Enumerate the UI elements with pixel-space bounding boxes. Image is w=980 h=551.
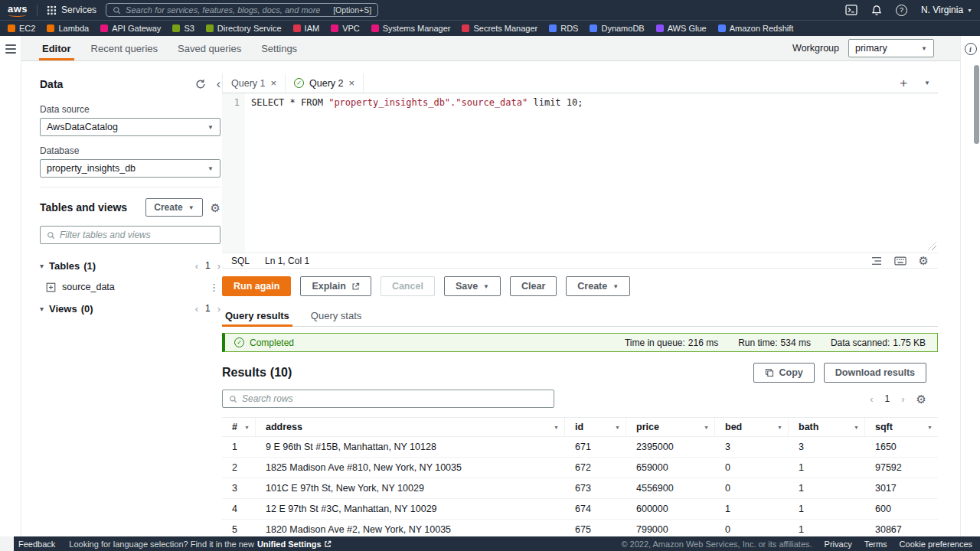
favorites-item-dynamodb[interactable]: DynamoDB xyxy=(590,24,644,33)
column-header-bed[interactable]: bed▼ xyxy=(715,418,789,436)
favorites-item-secrets-manager[interactable]: Secrets Manager xyxy=(462,24,537,33)
query-status-banner: ✓ Completed Time in queue:216 ms Run tim… xyxy=(222,333,938,352)
query-tab-1[interactable]: Query 1 × xyxy=(222,73,286,93)
search-rows-field[interactable] xyxy=(242,393,547,404)
favorites-item-systems-manager[interactable]: Systems Manager xyxy=(371,24,451,33)
search-icon xyxy=(229,395,237,403)
vertical-scrollbar[interactable] xyxy=(974,65,979,144)
filter-tables-input[interactable] xyxy=(40,226,220,244)
close-icon[interactable]: × xyxy=(270,78,276,88)
sort-caret-icon[interactable]: ▼ xyxy=(244,425,250,430)
hamburger-menu-icon[interactable] xyxy=(5,44,16,54)
sort-caret-icon[interactable]: ▼ xyxy=(927,425,933,430)
favorites-item-vpc[interactable]: VPC xyxy=(331,24,360,33)
favorites-item-s3[interactable]: S3 xyxy=(172,24,194,33)
info-icon[interactable]: i xyxy=(965,43,977,55)
sort-caret-icon[interactable]: ▼ xyxy=(615,425,620,430)
prev-page-icon[interactable]: ‹ xyxy=(195,303,198,315)
workgroup-select[interactable]: primary ▼ xyxy=(848,39,934,57)
tab-list-dropdown-icon[interactable]: ▼ xyxy=(924,80,930,86)
region-selector[interactable]: N. Virginia ▼ xyxy=(921,5,972,15)
query-tab-2[interactable]: ✓ Query 2 × xyxy=(286,73,364,93)
editor-settings-gear-icon[interactable]: ⚙ xyxy=(919,255,929,266)
tab-query-results[interactable]: Query results xyxy=(222,305,300,326)
column-header-bath[interactable]: bath▼ xyxy=(789,418,865,436)
save-button[interactable]: Save ▼ xyxy=(444,276,501,296)
aws-logo[interactable]: aws xyxy=(8,3,28,17)
table-row[interactable]: 4 12 E 97th St #3C, Manhattan, NY 10029 … xyxy=(222,499,938,520)
column-header-id[interactable]: id▼ xyxy=(565,418,626,436)
table-item-source-data[interactable]: source_data ⋮ xyxy=(40,276,220,298)
cookie-preferences-link[interactable]: Cookie preferences xyxy=(900,540,972,549)
unified-settings-link[interactable]: Unified Settings xyxy=(257,540,332,549)
favorites-item-iam[interactable]: IAM xyxy=(293,24,320,33)
kebab-menu-icon[interactable]: ⋮ xyxy=(209,282,220,293)
editor-resize-handle[interactable] xyxy=(928,242,936,250)
notifications-bell-icon[interactable] xyxy=(871,5,882,16)
sort-caret-icon[interactable]: ▼ xyxy=(704,425,709,430)
favorites-item-aws-glue[interactable]: AWS Glue xyxy=(656,24,707,33)
table-expand-icon[interactable] xyxy=(46,282,56,292)
table-row[interactable]: 5 1820 Madison Ave #2, New York, NY 1003… xyxy=(222,520,938,536)
tab-saved-queries[interactable]: Saved queries xyxy=(168,36,251,60)
column-header-sqft[interactable]: sqft▼ xyxy=(865,418,938,436)
column-header-price[interactable]: price▼ xyxy=(626,418,715,436)
cancel-button[interactable]: Cancel xyxy=(381,276,435,296)
create-query-button[interactable]: Create ▼ xyxy=(566,276,630,296)
cloudshell-icon[interactable] xyxy=(845,5,858,15)
favorites-item-ec2[interactable]: EC2 xyxy=(8,24,35,33)
search-rows-input[interactable] xyxy=(222,390,554,408)
privacy-link[interactable]: Privacy xyxy=(825,540,852,549)
gear-icon[interactable]: ⚙ xyxy=(211,202,220,214)
collapse-panel-icon[interactable]: ‹ xyxy=(217,78,220,90)
keyboard-icon[interactable] xyxy=(894,256,906,266)
views-section-header[interactable]: ▾ Views (0) ‹ 1 › xyxy=(40,298,220,319)
format-icon[interactable] xyxy=(871,256,882,266)
data-source-select[interactable]: AwsDataCatalog ▼ xyxy=(40,118,220,136)
tab-editor[interactable]: Editor xyxy=(32,36,81,60)
favorites-item-lambda[interactable]: Lambda xyxy=(47,24,89,33)
sort-caret-icon[interactable]: ▼ xyxy=(854,425,859,430)
explain-button[interactable]: Explain xyxy=(300,276,371,296)
column-header-address[interactable]: address▼ xyxy=(256,418,565,436)
sort-caret-icon[interactable]: ▼ xyxy=(777,425,782,430)
services-menu[interactable]: Services xyxy=(47,5,96,15)
table-row[interactable]: 3 101C E 97th St, New York, NY 10029 673… xyxy=(222,478,938,499)
favorites-item-directory-service[interactable]: Directory Service xyxy=(206,24,282,33)
table-row[interactable]: 2 1825 Madison Ave #810, New York, NY 10… xyxy=(222,458,938,478)
prev-page-icon[interactable]: ‹ xyxy=(195,260,198,272)
download-results-button[interactable]: Download results xyxy=(824,363,926,383)
favorites-item-api-gateway[interactable]: API Gateway xyxy=(100,24,161,33)
favorites-item-amazon-redshift[interactable]: Amazon Redshift xyxy=(718,24,794,33)
copy-button[interactable]: Copy xyxy=(753,363,815,383)
column-header-index[interactable]: #▼ xyxy=(222,418,256,436)
run-again-button[interactable]: Run again xyxy=(222,276,291,296)
current-page[interactable]: 1 xyxy=(885,393,890,404)
table-row[interactable]: 1 9 E 96th St #15B, Manhattan, NY 10128 … xyxy=(222,437,938,458)
clear-button[interactable]: Clear xyxy=(510,276,557,296)
filter-tables-field[interactable] xyxy=(60,230,214,240)
close-icon[interactable]: × xyxy=(349,78,355,88)
tab-recent-queries[interactable]: Recent queries xyxy=(81,36,168,60)
tab-query-stats[interactable]: Query stats xyxy=(300,305,372,326)
favorites-item-rds[interactable]: RDS xyxy=(549,24,578,33)
next-page-icon[interactable]: › xyxy=(217,303,220,315)
tables-section-header[interactable]: ▾ Tables (1) ‹ 1 › xyxy=(40,255,220,276)
next-page-icon[interactable]: › xyxy=(217,260,220,272)
new-query-tab-icon[interactable]: + xyxy=(900,77,907,90)
database-select[interactable]: property_insights_db ▼ xyxy=(40,159,220,178)
cell: 1 xyxy=(222,437,256,457)
global-search-input[interactable]: Search for services, features, blogs, do… xyxy=(106,3,378,17)
refresh-icon[interactable] xyxy=(195,79,206,90)
next-page-icon[interactable]: › xyxy=(901,393,904,405)
tab-settings[interactable]: Settings xyxy=(251,36,307,60)
feedback-button[interactable]: Feedback xyxy=(18,540,55,549)
sql-code-editor[interactable]: 1 SELECT * FROM "property_insights_db"."… xyxy=(222,93,938,253)
prev-page-icon[interactable]: ‹ xyxy=(870,393,873,405)
help-icon[interactable]: ? xyxy=(896,5,907,16)
sort-caret-icon[interactable]: ▼ xyxy=(554,425,559,430)
table-preferences-gear-icon[interactable]: ⚙ xyxy=(916,393,926,405)
sql-code-line[interactable]: SELECT * FROM "property_insights_db"."so… xyxy=(245,93,583,253)
terms-link[interactable]: Terms xyxy=(864,540,887,549)
create-button[interactable]: Create ▼ xyxy=(145,198,202,217)
